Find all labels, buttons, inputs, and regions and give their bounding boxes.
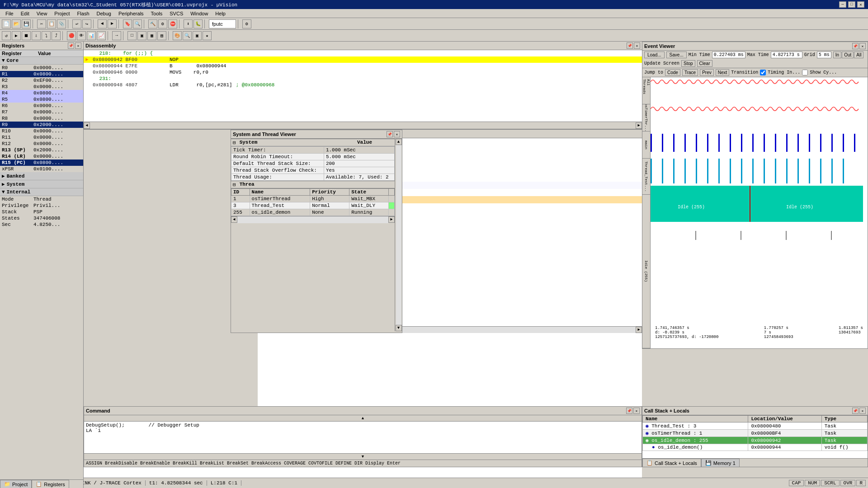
perf-btn[interactable]: 📈 bbox=[97, 31, 106, 40]
sv-hscroll[interactable]: ◄ ► bbox=[231, 216, 395, 223]
step-into-btn[interactable]: ⇩ bbox=[32, 31, 41, 40]
paste-btn[interactable]: 📎 bbox=[57, 19, 66, 28]
reg-r5[interactable]: R50x0800.... bbox=[0, 96, 83, 103]
run-btn[interactable]: ▶ bbox=[12, 31, 21, 40]
ev-next-btn[interactable]: Next bbox=[716, 69, 730, 76]
reg-r6[interactable]: R60x0000.... bbox=[0, 103, 83, 109]
cmd-close-icon[interactable]: ✕ bbox=[633, 408, 640, 414]
registers-close-icon[interactable]: ✕ bbox=[75, 42, 81, 49]
reg-r10[interactable]: R100x0000.... bbox=[0, 128, 83, 134]
reg-mode[interactable]: ModeThread bbox=[0, 196, 83, 202]
disassembly-pin-icon[interactable]: 📌 bbox=[627, 42, 633, 49]
cut-btn[interactable]: ✂ bbox=[37, 19, 46, 28]
build-btn[interactable]: 🔨 bbox=[148, 19, 157, 28]
open-btn[interactable]: 📂 bbox=[12, 19, 21, 28]
menu-edit[interactable]: Edit bbox=[17, 10, 33, 17]
menu-tools[interactable]: Tools bbox=[147, 10, 166, 17]
sv-scrollbar-track[interactable] bbox=[237, 216, 388, 223]
reg-r9[interactable]: R90x2000.... bbox=[0, 122, 83, 128]
reg-states[interactable]: States347406008 bbox=[0, 215, 83, 221]
reg-stack[interactable]: StackPSP bbox=[0, 209, 83, 215]
reg-r12[interactable]: R120x0000.... bbox=[0, 141, 83, 147]
view1-btn[interactable]: □ bbox=[127, 31, 137, 40]
save-btn[interactable]: 💾 bbox=[22, 19, 31, 28]
cs-row-threadtest[interactable]: ◉ Thread_Test : 3 0x08000480 Task bbox=[643, 422, 868, 430]
reset-btn[interactable]: ↺ bbox=[2, 31, 11, 40]
sv-scroll-up[interactable]: ▲ bbox=[396, 139, 402, 145]
menu-window[interactable]: Window bbox=[187, 10, 212, 17]
view4-btn[interactable]: ▤ bbox=[157, 31, 166, 40]
ev-zoom-all-btn[interactable]: All bbox=[854, 52, 863, 58]
reg-r0[interactable]: R00x0000.... bbox=[0, 65, 83, 71]
reg-r15[interactable]: R15 (PC)0x0800.... bbox=[0, 160, 83, 166]
ev-pin-icon[interactable]: 📌 bbox=[852, 43, 859, 49]
settings-btn[interactable]: ⚙ bbox=[242, 19, 251, 28]
ev-cycles-checkbox[interactable] bbox=[802, 70, 808, 75]
menu-project[interactable]: Project bbox=[51, 10, 73, 17]
close-button[interactable]: ✕ bbox=[857, 1, 864, 8]
sv-system-expand[interactable]: ⊟ bbox=[231, 139, 238, 146]
sv-thread-expand[interactable]: ⊟ bbox=[231, 181, 238, 188]
menu-flash[interactable]: Flash bbox=[74, 10, 93, 17]
menu-help[interactable]: Help bbox=[212, 10, 229, 17]
sv-thread-1[interactable]: 1 osTimerThread High Wait_MBX bbox=[231, 196, 395, 202]
sv-scroll-right[interactable]: ► bbox=[388, 216, 395, 223]
undo-btn[interactable]: ↩ bbox=[72, 19, 81, 28]
sv-thread-255[interactable]: 255 os_idle_demon None Running bbox=[231, 209, 395, 216]
redo-btn[interactable]: ↪ bbox=[82, 19, 91, 28]
watch-btn[interactable]: 👁 bbox=[77, 31, 86, 40]
reg-section-banked[interactable]: ▶ Banked bbox=[0, 172, 83, 180]
ev-waveform-svg-container[interactable]: Idle (255) Idle (255) 1.741,746357 sd: -… bbox=[651, 77, 868, 348]
view2-btn[interactable]: ▣ bbox=[137, 31, 146, 40]
navigate-fwd-btn[interactable]: ► bbox=[108, 19, 117, 28]
ev-stop-btn[interactable]: Stop bbox=[681, 60, 695, 67]
debug-btn[interactable]: 🐛 bbox=[193, 19, 203, 28]
reg-r1[interactable]: R10x0800.... bbox=[0, 71, 83, 77]
sv-scroll-down[interactable]: ▼ bbox=[396, 325, 402, 331]
cs-close-icon[interactable]: ✕ bbox=[859, 408, 866, 414]
disasm-addr-948[interactable]: 0x08000948 4807 LDR r0,[pc,#281] ; @0x08… bbox=[84, 82, 642, 88]
reg-r14[interactable]: R14 (LR)0x0000.... bbox=[0, 153, 83, 160]
disasm-scroll-left[interactable]: ◄ bbox=[84, 122, 90, 129]
view3-btn[interactable]: ▦ bbox=[147, 31, 156, 40]
tab-project[interactable]: 📁 Project bbox=[0, 480, 32, 488]
stop-build-btn[interactable]: ⛔ bbox=[168, 19, 177, 28]
menu-svcs[interactable]: SVCS bbox=[166, 10, 187, 17]
reg-r8[interactable]: R80x0000.... bbox=[0, 115, 83, 122]
cs-tab-callstack[interactable]: 📋 Call Stack + Locals bbox=[642, 459, 701, 467]
step-out-btn[interactable]: ⤴ bbox=[52, 31, 61, 40]
cmd-pin-icon[interactable]: 📌 bbox=[626, 408, 632, 414]
cs-tab-memory[interactable]: 💾 Memory 1 bbox=[701, 459, 740, 467]
memory-btn[interactable]: 📊 bbox=[87, 31, 96, 40]
ev-trace-btn[interactable]: Trace bbox=[682, 69, 698, 76]
reg-section-internal[interactable]: ▼ Internal bbox=[0, 188, 83, 196]
cs-row-idle[interactable]: ◉ os_idle_demon : 255 0x08000942 Task bbox=[643, 437, 868, 444]
menu-debug[interactable]: Debug bbox=[93, 10, 115, 17]
reg-r2[interactable]: R20xEF00.... bbox=[0, 77, 83, 84]
ev-close-icon[interactable]: ✕ bbox=[859, 43, 866, 49]
ev-load-btn[interactable]: Load... bbox=[644, 52, 665, 58]
show-next-btn[interactable]: → bbox=[112, 31, 121, 40]
menu-peripherals[interactable]: Peripherals bbox=[115, 10, 147, 17]
reg-privilege[interactable]: PrivilegePrivil... bbox=[0, 202, 83, 209]
minimize-button[interactable]: ─ bbox=[839, 1, 846, 8]
cs-row-ostimer[interactable]: ◉ osTimerThread : 1 0x08000BF4 Task bbox=[643, 430, 868, 437]
tab-registers[interactable]: 📋 Registers bbox=[32, 480, 69, 488]
reg-r3[interactable]: R30x0000.... bbox=[0, 84, 83, 90]
extra-btn[interactable]: ★ bbox=[203, 31, 212, 40]
reg-xpsr[interactable]: xPSR0x0100.... bbox=[0, 166, 83, 172]
reg-r4[interactable]: R40x0800.... bbox=[0, 90, 83, 96]
sv-thread-3[interactable]: 3 Thread_Test Normal Wait_DLY bbox=[231, 202, 395, 209]
reg-sec[interactable]: Sec4.8250... bbox=[0, 221, 83, 228]
cmd-scroll-down[interactable]: ▼ bbox=[84, 453, 642, 460]
breakpoint-btn[interactable]: 🔴 bbox=[67, 31, 76, 40]
cs-row-idle-fn[interactable]: ● os_idle_demon() 0x08000944 void f() bbox=[643, 444, 868, 451]
registers-pin-icon[interactable]: 📌 bbox=[68, 42, 74, 49]
cmd-scroll-up[interactable]: ▲ bbox=[84, 415, 642, 422]
stop-btn[interactable]: ⏹ bbox=[22, 31, 31, 40]
navigate-back-btn[interactable]: ◄ bbox=[98, 19, 107, 28]
disasm-addr-942[interactable]: ► 0x08000942 BF00 NOP bbox=[84, 56, 642, 63]
disasm-addr-946[interactable]: 0x08000946 0000 MOVS r0,r0 bbox=[84, 69, 642, 75]
layout-btn[interactable]: ▣ bbox=[193, 31, 202, 40]
find-btn[interactable]: 🔍 bbox=[133, 19, 142, 28]
